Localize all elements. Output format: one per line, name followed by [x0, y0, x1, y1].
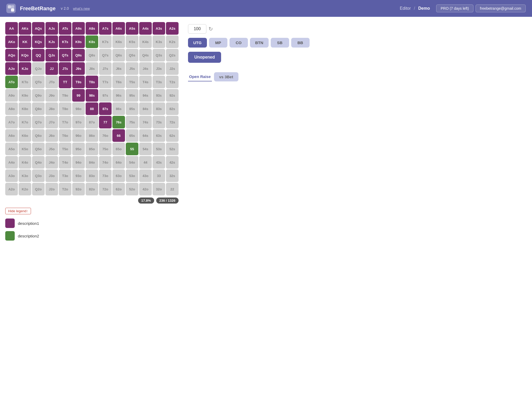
- hand-cell-62o[interactable]: 62o: [112, 183, 125, 195]
- hand-cell-86o[interactable]: 86o: [86, 129, 98, 142]
- hand-cell-tt[interactable]: TT: [59, 76, 71, 88]
- hand-cell-87s[interactable]: 87s: [99, 102, 112, 115]
- hand-cell-43o[interactable]: 43o: [139, 169, 152, 182]
- hand-cell-k6o[interactable]: K6o: [19, 129, 31, 142]
- hand-cell-jj[interactable]: JJ: [45, 62, 58, 75]
- hand-cell-a3o[interactable]: A3o: [5, 169, 18, 182]
- hand-cell-qq[interactable]: QQ: [32, 49, 45, 61]
- hand-cell-97o[interactable]: 97o: [72, 116, 85, 128]
- open-raise-tab[interactable]: Open Raise: [188, 72, 212, 81]
- hand-cell-73s[interactable]: 73s: [153, 116, 165, 128]
- hand-cell-k7o[interactable]: K7o: [19, 116, 31, 128]
- hand-cell-aqo[interactable]: AQo: [5, 49, 18, 61]
- hand-cell-87o[interactable]: 87o: [86, 116, 98, 128]
- hand-cell-a5o[interactable]: A5o: [5, 143, 18, 155]
- hand-cell-jto[interactable]: JTo: [45, 76, 58, 88]
- hand-cell-aqs[interactable]: AQs: [32, 22, 45, 35]
- hand-cell-83o[interactable]: 83o: [86, 169, 98, 182]
- hand-cell-kto[interactable]: KTo: [19, 76, 31, 88]
- hand-cell-t7o[interactable]: T7o: [59, 116, 71, 128]
- hand-cell-96s[interactable]: 96s: [112, 89, 125, 102]
- hand-cell-j4s[interactable]: J4s: [139, 62, 152, 75]
- hand-cell-43s[interactable]: 43s: [153, 156, 165, 169]
- hand-cell-54s[interactable]: 54s: [139, 143, 152, 155]
- hand-cell-k9o[interactable]: K9o: [19, 89, 31, 102]
- unopened-button[interactable]: Unopened: [188, 52, 221, 63]
- hand-cell-52s[interactable]: 52s: [166, 143, 179, 155]
- hand-cell-kqo[interactable]: KQo: [19, 49, 31, 61]
- hand-cell-32s[interactable]: 32s: [166, 169, 179, 182]
- hand-cell-t9o[interactable]: T9o: [59, 89, 71, 102]
- position-btn-sb[interactable]: SB: [271, 38, 289, 48]
- hand-cell-k5s[interactable]: K5s: [126, 35, 138, 48]
- hand-cell-j8s[interactable]: J8s: [86, 62, 98, 75]
- hand-cell-a5s[interactable]: A5s: [126, 22, 138, 35]
- hand-cell-a8o[interactable]: A8o: [5, 102, 18, 115]
- hand-cell-a7o[interactable]: A7o: [5, 116, 18, 128]
- hand-cell-52o[interactable]: 52o: [126, 183, 138, 195]
- hand-cell-54o[interactable]: 54o: [126, 156, 138, 169]
- hand-cell-92o[interactable]: 92o: [72, 183, 85, 195]
- hand-cell-q4s[interactable]: Q4s: [139, 49, 152, 61]
- hand-cell-a2s[interactable]: A2s: [166, 22, 179, 35]
- hand-cell-j3s[interactable]: J3s: [153, 62, 165, 75]
- hand-cell-t6s[interactable]: T6s: [112, 76, 125, 88]
- hand-cell-76s[interactable]: 76s: [112, 116, 125, 128]
- hand-cell-94o[interactable]: 94o: [72, 156, 85, 169]
- hand-cell-k7s[interactable]: K7s: [99, 35, 112, 48]
- hide-legend-button[interactable]: Hide legend↑: [5, 208, 31, 214]
- hand-cell-t2o[interactable]: T2o: [59, 183, 71, 195]
- hand-cell-q9o[interactable]: Q9o: [32, 89, 45, 102]
- hand-cell-kts[interactable]: KTs: [59, 35, 71, 48]
- hand-cell-72o[interactable]: 72o: [99, 183, 112, 195]
- hand-cell-q3s[interactable]: Q3s: [153, 49, 165, 61]
- hand-cell-a9o[interactable]: A9o: [5, 89, 18, 102]
- hand-cell-ajo[interactable]: AJo: [5, 62, 18, 75]
- hand-cell-82o[interactable]: 82o: [86, 183, 98, 195]
- hand-cell-a3s[interactable]: A3s: [153, 22, 165, 35]
- hand-cell-95s[interactable]: 95s: [126, 89, 138, 102]
- hand-cell-k9s[interactable]: K9s: [72, 35, 85, 48]
- hand-cell-75o[interactable]: 75o: [99, 143, 112, 155]
- hand-cell-55[interactable]: 55: [126, 143, 138, 155]
- position-btn-bb[interactable]: BB: [291, 38, 310, 48]
- hand-cell-96o[interactable]: 96o: [72, 129, 85, 142]
- hand-cell-94s[interactable]: 94s: [139, 89, 152, 102]
- hand-cell-q7o[interactable]: Q7o: [32, 116, 45, 128]
- hand-cell-q6s[interactable]: Q6s: [112, 49, 125, 61]
- hand-cell-q5s[interactable]: Q5s: [126, 49, 138, 61]
- hand-cell-53s[interactable]: 53s: [153, 143, 165, 155]
- hand-cell-qts[interactable]: QTs: [59, 49, 71, 61]
- hand-cell-kjs[interactable]: KJs: [45, 35, 58, 48]
- whats-new-link[interactable]: what's new: [73, 7, 90, 11]
- hand-cell-42o[interactable]: 42o: [139, 183, 152, 195]
- hand-cell-t9s[interactable]: T9s: [72, 76, 85, 88]
- hand-cell-98s[interactable]: 98s: [86, 89, 98, 102]
- hand-cell-j6o[interactable]: J6o: [45, 129, 58, 142]
- hand-cell-t6o[interactable]: T6o: [59, 129, 71, 142]
- hand-cell-ato[interactable]: ATo: [5, 76, 18, 88]
- hand-cell-93s[interactable]: 93s: [153, 89, 165, 102]
- hand-cell-k2s[interactable]: K2s: [166, 35, 179, 48]
- hand-cell-84o[interactable]: 84o: [86, 156, 98, 169]
- hand-cell-k4s[interactable]: K4s: [139, 35, 152, 48]
- position-btn-btn[interactable]: BTN: [250, 38, 269, 48]
- position-btn-co[interactable]: CO: [230, 38, 248, 48]
- hand-cell-63o[interactable]: 63o: [112, 169, 125, 182]
- hand-cell-q8s[interactable]: Q8s: [86, 49, 98, 61]
- percent-input[interactable]: [188, 24, 206, 34]
- hand-cell-j7s[interactable]: J7s: [99, 62, 112, 75]
- email-label[interactable]: freebetrange@gmail.com: [476, 4, 526, 12]
- hand-cell-85s[interactable]: 85s: [126, 102, 138, 115]
- hand-cell-q8o[interactable]: Q8o: [32, 102, 45, 115]
- hand-cell-k3o[interactable]: K3o: [19, 169, 31, 182]
- hand-cell-j4o[interactable]: J4o: [45, 156, 58, 169]
- hand-cell-73o[interactable]: 73o: [99, 169, 112, 182]
- hand-cell-ako[interactable]: AKo: [5, 35, 18, 48]
- hand-cell-t3s[interactable]: T3s: [153, 76, 165, 88]
- hand-cell-99[interactable]: 99: [72, 89, 85, 102]
- hand-cell-k4o[interactable]: K4o: [19, 156, 31, 169]
- hand-cell-a9s[interactable]: A9s: [72, 22, 85, 35]
- hand-cell-q4o[interactable]: Q4o: [32, 156, 45, 169]
- hand-cell-aks[interactable]: AKs: [19, 22, 31, 35]
